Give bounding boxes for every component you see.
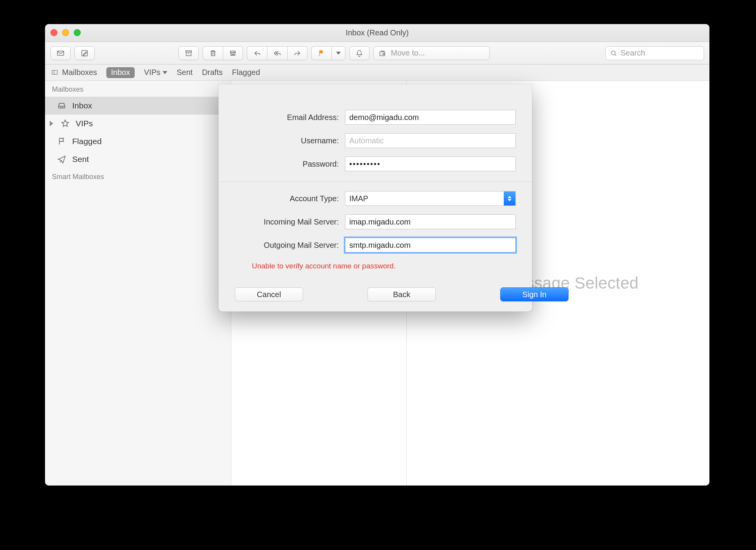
password-field[interactable]: ••••••••• (345, 157, 516, 171)
search-field[interactable]: Search (605, 46, 704, 60)
svg-rect-9 (52, 70, 57, 75)
search-icon (610, 49, 617, 57)
envelope-icon (56, 49, 65, 57)
sidebar-icon (50, 69, 59, 76)
sidebar: Mailboxes Inbox VIPs Flagged (45, 81, 231, 486)
tab-vips-label: VIPs (144, 68, 160, 77)
mailboxes-toggle[interactable]: Mailboxes (50, 68, 97, 77)
incoming-label: Incoming Mail Server: (235, 218, 339, 226)
account-setup-sheet: Email Address: demo@migadu.com Username:… (218, 84, 532, 312)
reply-group (247, 46, 307, 60)
archive-button[interactable] (179, 46, 199, 60)
tab-flagged[interactable]: Flagged (232, 68, 260, 77)
sidebar-section-mailboxes: Mailboxes (45, 81, 231, 97)
reply-icon (253, 49, 262, 57)
reply-button[interactable] (247, 46, 267, 60)
bell-icon (355, 49, 364, 57)
move-to-placeholder: Move to... (391, 49, 425, 57)
sidebar-item-sent[interactable]: Sent (45, 150, 231, 168)
outgoing-server-field[interactable]: smtp.migadu.com (345, 238, 516, 252)
email-field[interactable]: demo@migadu.com (345, 110, 516, 125)
incoming-server-field[interactable]: imap.migadu.com (345, 214, 516, 229)
chevron-down-icon (336, 52, 341, 55)
delete-button[interactable] (203, 46, 223, 60)
cancel-button[interactable]: Cancel (235, 287, 303, 301)
app-window: Inbox (Read Only) (45, 24, 709, 486)
popup-stepper-icon (504, 191, 515, 205)
move-to-icon (378, 49, 387, 57)
reply-all-button[interactable] (267, 46, 287, 60)
flag-group (311, 46, 345, 60)
back-button[interactable]: Back (368, 287, 436, 301)
sign-in-button[interactable]: Sign In (500, 287, 569, 301)
compose-icon (80, 49, 89, 57)
sidebar-item-label: Flagged (72, 137, 102, 146)
svg-point-8 (611, 51, 615, 55)
sidebar-item-flagged[interactable]: Flagged (45, 132, 231, 150)
search-placeholder: Search (621, 49, 645, 57)
flag-icon (317, 49, 326, 57)
forward-icon (293, 49, 302, 57)
favorites-bar: Mailboxes Inbox VIPs Sent Drafts Flagged (45, 64, 709, 81)
star-icon (60, 119, 70, 128)
tab-drafts[interactable]: Drafts (202, 68, 222, 77)
account-type-label: Account Type: (235, 194, 339, 203)
titlebar: Inbox (Read Only) (45, 24, 709, 42)
sidebar-item-label: Inbox (72, 101, 92, 110)
outgoing-label: Outgoing Mail Server: (235, 241, 339, 250)
get-mail-button[interactable] (50, 46, 71, 60)
sidebar-item-inbox[interactable]: Inbox (45, 97, 231, 115)
svg-rect-4 (211, 51, 215, 56)
toolbar: Move to... Search (45, 42, 709, 64)
chevron-down-icon (163, 71, 167, 74)
flag-button[interactable] (311, 46, 331, 60)
junk-icon (229, 49, 237, 57)
svg-rect-3 (186, 52, 191, 56)
close-window-button[interactable] (50, 29, 57, 36)
flag-menu-button[interactable] (331, 46, 345, 60)
password-label: Password: (235, 160, 339, 169)
archive-icon (184, 49, 193, 57)
account-type-popup[interactable]: IMAP (345, 191, 516, 206)
email-label: Email Address: (235, 113, 339, 122)
mailboxes-label: Mailboxes (62, 68, 97, 77)
sidebar-section-smart: Smart Mailboxes (45, 168, 231, 184)
inbox-icon (57, 101, 67, 110)
zoom-window-button[interactable] (74, 29, 81, 36)
flag-outline-icon (57, 137, 67, 146)
mute-button[interactable] (349, 46, 369, 60)
tab-sent[interactable]: Sent (177, 68, 192, 77)
compose-button[interactable] (75, 46, 95, 60)
svg-rect-0 (57, 51, 64, 55)
window-title: Inbox (Read Only) (346, 28, 409, 37)
sidebar-item-label: Sent (72, 155, 89, 164)
paperplane-icon (57, 155, 67, 164)
tab-vips[interactable]: VIPs (144, 68, 167, 77)
reply-all-icon (273, 49, 282, 57)
username-field[interactable]: Automatic (345, 133, 516, 148)
junk-button[interactable] (223, 46, 243, 60)
username-label: Username: (235, 136, 339, 145)
minimize-window-button[interactable] (62, 29, 69, 36)
window-controls (50, 29, 81, 36)
error-message: Unable to verify account name or passwor… (235, 261, 516, 270)
account-type-value: IMAP (345, 194, 372, 203)
trash-icon (209, 49, 217, 57)
delete-junk-group (203, 46, 243, 60)
disclosure-triangle-icon[interactable] (50, 121, 53, 126)
sidebar-item-label: VIPs (76, 119, 93, 128)
sidebar-item-vips[interactable]: VIPs (45, 115, 231, 132)
svg-rect-6 (231, 52, 235, 55)
move-to-field[interactable]: Move to... (373, 46, 490, 60)
tab-inbox[interactable]: Inbox (106, 67, 135, 78)
forward-button[interactable] (287, 46, 307, 60)
